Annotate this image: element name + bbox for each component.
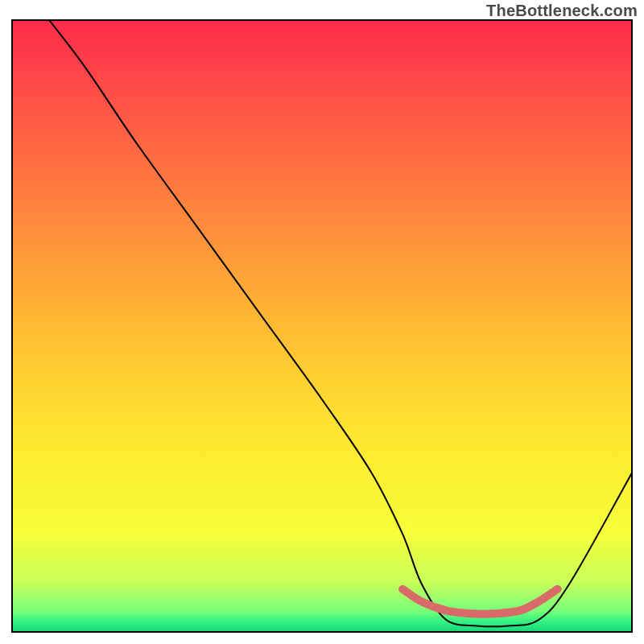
watermark-text: TheBottleneck.com <box>486 2 638 20</box>
chart-stage: TheBottleneck.com <box>0 0 644 644</box>
gradient-background <box>12 20 632 632</box>
bottleneck-chart <box>0 0 644 644</box>
